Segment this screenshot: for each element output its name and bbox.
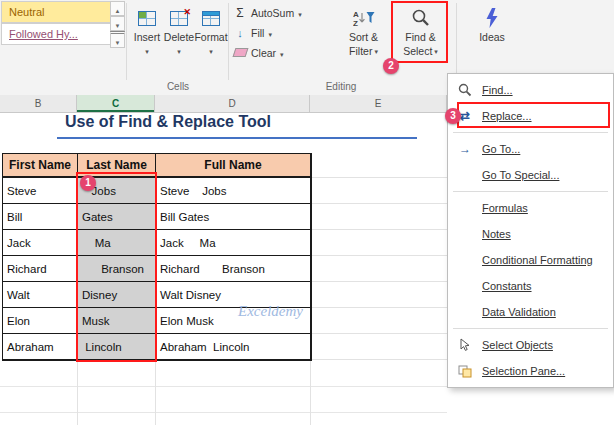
cell-full-name[interactable]: Steve Jobs [156, 178, 311, 204]
cell-last-name-selected[interactable]: Gates [78, 204, 156, 230]
sigma-icon [233, 6, 247, 20]
step-badge-3: 3 [445, 108, 461, 124]
clear-button[interactable]: Clear [233, 43, 313, 62]
delete-button[interactable]: Delete [164, 2, 194, 80]
fill-label: Fill [251, 27, 264, 39]
fill-button[interactable]: Fill [233, 23, 313, 42]
menu-item-replace[interactable]: Replace... [448, 103, 613, 129]
cell-last-name-selected[interactable]: Musk [78, 308, 156, 334]
delete-label: Delete [164, 31, 194, 44]
menu-item-go-to[interactable]: Go To... [448, 136, 613, 162]
eraser-icon [233, 48, 247, 57]
style-gallery-item-followed-hyperlink[interactable]: Followed Hy... [1, 23, 113, 45]
menu-item-label: Selection Pane... [482, 365, 565, 377]
selection-pane-icon [456, 365, 474, 378]
styles-gallery-more-icon[interactable] [110, 31, 125, 48]
sheet-gridlines-right [311, 152, 447, 362]
cell-full-name[interactable]: Richard Branson [156, 256, 311, 282]
autosum-label: AutoSum [251, 7, 294, 19]
editing-group-label: Editing [233, 81, 449, 92]
insert-button[interactable]: Insert [132, 2, 162, 80]
format-cells-icon [202, 11, 220, 26]
group-divider [456, 3, 457, 80]
menu-item-conditional-formatting[interactable]: Conditional Formatting [448, 247, 613, 273]
lightning-bolt-icon [483, 5, 501, 31]
cell-last-name-selected[interactable]: Branson [78, 256, 156, 282]
cell-last-name-selected[interactable]: Disney [78, 282, 156, 308]
format-button[interactable]: Format [196, 2, 226, 80]
column-header-e[interactable]: E [310, 95, 447, 112]
menu-item-label: Select Objects [482, 339, 553, 351]
cell-last-name-selected[interactable]: Lincoln [78, 334, 156, 360]
cell-last-name-selected[interactable]: Ma [78, 230, 156, 256]
go-to-arrow-icon [456, 142, 474, 156]
format-label: Format [194, 31, 227, 44]
menu-item-formulas[interactable]: Formulas [448, 195, 613, 221]
column-header-b[interactable]: B [0, 95, 77, 112]
find-select-button[interactable]: Find & Select [395, 2, 446, 80]
menu-item-go-to-special[interactable]: Go To Special... [448, 162, 613, 188]
column-header-d[interactable]: D [155, 95, 310, 112]
cells-group-label: Cells [128, 81, 228, 92]
step-badge-2: 2 [383, 58, 399, 74]
cell-full-name[interactable]: Abraham Lincoln [156, 334, 311, 360]
dropdown-chevron-icon [434, 44, 438, 58]
names-table: First Name Last Name Full Name Steve Job… [2, 153, 312, 361]
dropdown-chevron-icon [209, 44, 213, 58]
menu-item-data-validation[interactable]: Data Validation [448, 299, 613, 325]
cell-first-name[interactable]: Elon [3, 308, 78, 334]
cursor-icon [456, 338, 474, 352]
sort-filter-icon: A Z [353, 5, 375, 31]
ideas-label: Ideas [479, 31, 505, 44]
find-select-label-1: Find & [405, 31, 435, 44]
cell-full-name[interactable]: Jack Ma [156, 230, 311, 256]
dropdown-chevron-icon [177, 44, 181, 58]
cell-first-name[interactable]: Bill [3, 204, 78, 230]
menu-item-label: Formulas [482, 202, 528, 214]
menu-item-label: Constants [482, 280, 532, 292]
cell-first-name[interactable]: Richard [3, 256, 78, 282]
cell-full-name[interactable]: Bill Gates [156, 204, 311, 230]
menu-item-label: Notes [482, 228, 511, 240]
magnifier-icon [411, 5, 431, 31]
svg-text:A: A [353, 10, 359, 19]
menu-separator [453, 191, 608, 192]
find-select-dropdown-menu: Find... Replace... Go To... Go To Specia… [447, 73, 614, 388]
group-divider [126, 3, 127, 80]
dropdown-chevron-icon [145, 44, 149, 58]
dropdown-chevron-icon [298, 7, 302, 19]
styles-scroll-down-icon[interactable] [110, 16, 125, 31]
dropdown-chevron-icon [374, 44, 378, 58]
cell-first-name[interactable]: Walt [3, 282, 78, 308]
styles-scroll-up-icon[interactable] [110, 1, 125, 16]
menu-item-constants[interactable]: Constants [448, 273, 613, 299]
column-header-c[interactable]: C [77, 95, 155, 112]
menu-item-label: Conditional Formatting [482, 254, 593, 266]
menu-item-find[interactable]: Find... [448, 77, 613, 103]
menu-item-label: Go To Special... [482, 169, 559, 181]
table-header-first-name[interactable]: First Name [3, 154, 78, 178]
sheet-gridlines-bottom [0, 361, 447, 425]
menu-separator [453, 132, 608, 133]
delete-cells-icon [170, 11, 188, 26]
menu-separator [453, 328, 608, 329]
menu-item-selection-pane[interactable]: Selection Pane... [448, 358, 613, 384]
ideas-button[interactable]: Ideas [466, 2, 518, 80]
cell-first-name[interactable]: Jack [3, 230, 78, 256]
dropdown-chevron-icon [280, 47, 284, 59]
style-gallery-item-neutral[interactable]: Neutral [1, 1, 113, 23]
menu-item-label: Find... [482, 84, 513, 96]
sheet-gridline [310, 361, 311, 425]
autosum-button[interactable]: AutoSum [233, 3, 313, 22]
insert-label: Insert [134, 31, 160, 44]
table-header-full-name[interactable]: Full Name [156, 154, 311, 178]
svg-text:Z: Z [353, 19, 358, 27]
cell-first-name[interactable]: Abraham [3, 334, 78, 360]
menu-item-notes[interactable]: Notes [448, 221, 613, 247]
exceldemy-watermark: Exceldemy [238, 303, 303, 320]
dropdown-chevron-icon [268, 27, 272, 39]
sort-filter-label-1: Sort & [349, 31, 378, 44]
insert-cells-icon [138, 11, 156, 26]
menu-item-select-objects[interactable]: Select Objects [448, 332, 613, 358]
cell-first-name[interactable]: Steve [3, 178, 78, 204]
